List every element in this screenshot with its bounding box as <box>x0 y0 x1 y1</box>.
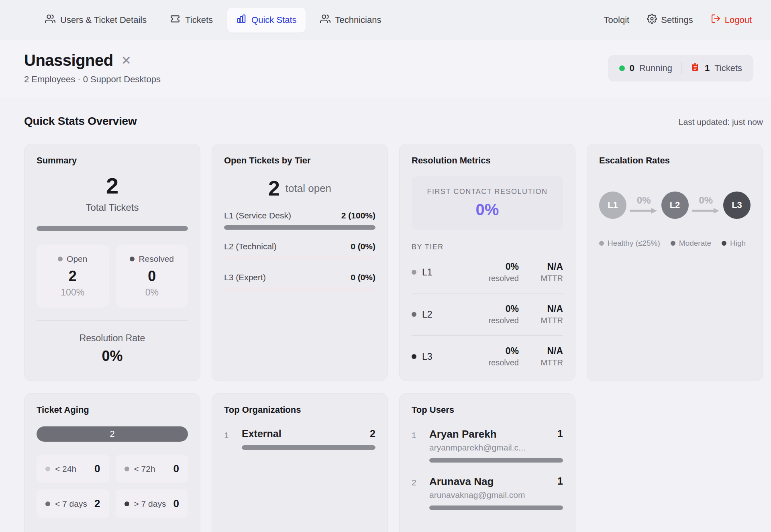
high-dot-icon <box>722 241 726 246</box>
arrow-right-icon <box>630 208 658 216</box>
clipboard-icon <box>690 62 700 74</box>
card-title: Ticket Aging <box>37 405 188 415</box>
legend-high: High <box>722 239 746 248</box>
fcr-box: FIRST CONTACT RESOLUTION 0% <box>412 176 563 230</box>
bucket-72h: < 72h 0 <box>116 455 188 483</box>
tab-tickets[interactable]: Tickets <box>161 8 222 33</box>
user-email: arunavaknag@gmail.com <box>429 490 525 500</box>
resolved-dot-icon <box>130 257 135 261</box>
last-updated: Last updated: just now <box>679 117 763 127</box>
total-tickets-value: 2 <box>37 175 188 197</box>
logout-button[interactable]: Logout <box>711 14 752 26</box>
users-icon <box>320 14 330 26</box>
card-title: Top Organizations <box>224 405 375 415</box>
user-name: Arunava Nag <box>429 475 525 488</box>
tickets-count: 1 <box>705 63 710 73</box>
l2-dot-icon <box>412 312 416 317</box>
moderate-dot-icon <box>671 241 675 246</box>
arrow-right-icon <box>692 208 720 216</box>
open-dot-icon <box>58 257 63 261</box>
page-header: Unassigned ✕ 2 Employees · 0 Support Des… <box>0 40 771 97</box>
tier-bar <box>224 287 375 291</box>
ticket-aging-card: Ticket Aging 2 < 24h 0 < 72h 0 < 7 days <box>24 393 200 532</box>
bucket-24h: < 24h 0 <box>37 455 109 483</box>
tier-bar <box>224 225 375 230</box>
l1-l2-connector: 0% <box>630 195 658 216</box>
tier-bar <box>224 256 375 261</box>
logout-icon <box>711 14 721 26</box>
tab-technicians[interactable]: Technicians <box>311 8 390 33</box>
resolution-rate-value: 0% <box>37 348 188 365</box>
legend-moderate: Moderate <box>671 239 711 248</box>
open-value: 2 <box>43 268 102 285</box>
tier-row-l1: L1 (Service Desk) 2 (100%) <box>224 211 375 230</box>
metric-row-l3: L3 0% resolved N/A MTTR <box>412 336 563 377</box>
org-row: 1 External 2 <box>224 428 375 450</box>
card-title: Escalation Rates <box>599 155 751 166</box>
top-organizations-card: Top Organizations 1 External 2 <box>212 393 388 532</box>
running-status: 0 Running <box>619 63 672 73</box>
open-tile: Open 2 100% <box>37 245 109 308</box>
main-content: Quick Stats Overview Last updated: just … <box>0 97 771 532</box>
org-value: 2 <box>370 428 375 440</box>
by-tier-label: BY TIER <box>412 243 563 251</box>
user-value: 1 <box>557 428 563 440</box>
resolved-tile: Resolved 0 0% <box>116 245 188 308</box>
user-bar <box>429 458 563 463</box>
summary-card: Summary 2 Total Tickets Open 2 100% <box>24 144 200 381</box>
org-name: External <box>242 428 281 440</box>
total-progress-bar <box>37 226 188 231</box>
tab-label: Users & Ticket Details <box>60 15 147 25</box>
bucket-dot-icon <box>45 501 50 506</box>
tab-users-ticket-details[interactable]: Users & Ticket Details <box>36 8 155 33</box>
settings-label: Settings <box>661 15 693 25</box>
page-header-left: Unassigned ✕ 2 Employees · 0 Support Des… <box>24 51 161 85</box>
user-row: 1 Aryan Parekh aryanmparekh@gmail.c... 1 <box>412 428 563 463</box>
users-icon <box>45 14 55 26</box>
bucket-dot-icon <box>45 467 50 471</box>
card-title: Top Users <box>412 405 563 415</box>
open-percent: 100% <box>43 287 102 298</box>
tier-row-l2: L2 (Technical) 0 (0%) <box>224 242 375 261</box>
org-bar <box>242 445 375 450</box>
gear-icon <box>647 14 657 26</box>
fcr-label: FIRST CONTACT RESOLUTION <box>420 188 555 196</box>
l2-l3-connector: 0% <box>692 195 720 216</box>
fcr-value: 0% <box>420 201 555 219</box>
bucket-7days: < 7 days 2 <box>37 489 109 518</box>
page-subtitle: 2 Employees · 0 Support Desktops <box>24 74 161 85</box>
resolution-rate-label: Resolution Rate <box>37 333 188 344</box>
card-title: Summary <box>37 155 188 166</box>
escalation-rate: 0% <box>637 195 651 206</box>
escalation-legend: Healthy (≤25%) Moderate High <box>599 239 751 248</box>
resolved-percent: 0% <box>122 287 182 298</box>
nav-actions: Toolqit Settings Logout <box>604 14 752 26</box>
settings-button[interactable]: Settings <box>647 14 693 26</box>
close-icon[interactable]: ✕ <box>121 55 131 67</box>
healthy-dot-icon <box>599 241 604 246</box>
escalation-flow: L1 0% L2 0% L3 <box>599 192 751 219</box>
section-title: Quick Stats Overview <box>24 115 137 128</box>
brand-toolqit[interactable]: Toolqit <box>604 15 630 25</box>
running-count: 0 <box>630 63 634 73</box>
user-value: 1 <box>557 475 563 487</box>
l2-circle: L2 <box>661 192 689 219</box>
status-badge: 0 Running 1 Tickets <box>608 55 753 82</box>
user-rank: 2 <box>412 475 429 510</box>
running-label: Running <box>639 63 672 73</box>
open-label: Open <box>67 254 87 264</box>
resolved-label: Resolved <box>139 254 174 264</box>
user-name: Aryan Parekh <box>429 428 526 440</box>
bucket-over-7days: > 7 days 0 <box>116 489 188 518</box>
page-title: Unassigned <box>24 51 113 69</box>
top-users-card: Top Users 1 Aryan Parekh aryanmparekh@gm… <box>399 393 575 532</box>
resolution-metrics-card: Resolution Metrics FIRST CONTACT RESOLUT… <box>399 144 575 381</box>
tier-row-l3: L3 (Expert) 0 (0%) <box>224 273 375 291</box>
user-rank: 1 <box>412 428 429 463</box>
user-row: 2 Arunava Nag arunavaknag@gmail.com 1 <box>412 475 563 510</box>
tickets-label: Tickets <box>714 63 742 73</box>
l3-circle: L3 <box>723 192 751 219</box>
metric-row-l2: L2 0% resolved N/A MTTR <box>412 294 563 336</box>
tab-quick-stats[interactable]: Quick Stats <box>227 8 305 33</box>
resolved-value: 0 <box>122 268 182 285</box>
